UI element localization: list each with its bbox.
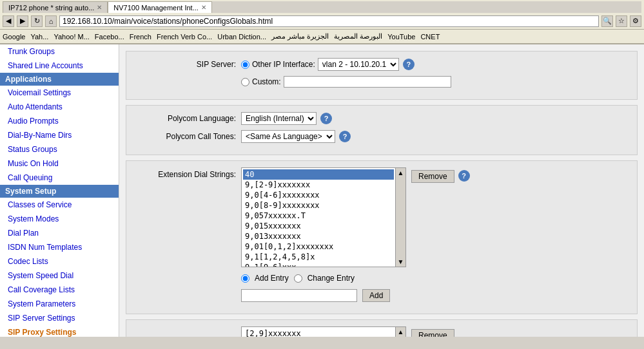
sidebar-item-system-modes[interactable]: System Modes <box>0 212 119 226</box>
sidebar: Trunk Groups Shared Line Accounts Applic… <box>0 44 119 337</box>
address-bar[interactable] <box>59 15 599 27</box>
entry-options-row: Add Entry Change Entry <box>241 274 470 283</box>
extension-list-item[interactable]: 40 <box>243 169 394 180</box>
bookmark-yahoo1[interactable]: Yah... <box>30 33 48 41</box>
bookmarks-bar: Google Yah... Yahoo! M... Facebo... Fren… <box>0 30 644 44</box>
bookmark-urban[interactable]: Urban Diction... <box>217 33 266 41</box>
refresh-button[interactable]: ↻ <box>31 15 43 27</box>
forward-button[interactable]: ▶ <box>17 15 28 27</box>
extension-dial-strings-list[interactable]: 409,[2-9]xxxxxxx9,0[4-6]xxxxxxxx9,0[8-9]… <box>241 167 396 267</box>
sidebar-item-codec-lists[interactable]: Codec Lists <box>0 254 119 269</box>
sidebar-item-call-coverage-lists[interactable]: Call Coverage Lists <box>0 283 119 297</box>
search-icon[interactable]: 🔍 <box>601 15 613 27</box>
custom-controls: Custom: <box>241 76 451 88</box>
tab-1-close[interactable]: ✕ <box>97 4 102 11</box>
sidebar-item-music-on-hold[interactable]: Music On Hold <box>0 156 119 171</box>
content-area: SIP Server: Other IP Interface: vlan 2 -… <box>119 44 644 337</box>
extension-list-item[interactable]: 9,057xxxxxx.T <box>243 211 394 221</box>
polycom-language-select[interactable]: English (Internal) <box>241 112 317 125</box>
back-button[interactable]: ◀ <box>3 15 14 27</box>
settings-icon[interactable]: ⚙ <box>630 15 641 27</box>
remove-btn-container: Remove <box>411 167 454 267</box>
scroll-down-icon[interactable]: ▼ <box>398 258 404 265</box>
bookmark-aljazeera[interactable]: الجزيرة مباشر مصر <box>271 32 329 41</box>
custom-row: Custom: <box>133 76 630 88</box>
extension-list-item[interactable]: 9,013xxxxxxx <box>243 231 394 241</box>
extension-list-item[interactable]: 9,1[1,2,4,5,8]x <box>243 252 394 262</box>
add-button[interactable]: Add <box>362 289 390 302</box>
other-ip-radio[interactable] <box>241 61 249 69</box>
extension-dial-strings-section: Extension Dial Strings: 409,[2-9]xxxxxxx… <box>126 160 638 314</box>
sidebar-item-audio-prompts[interactable]: Audio Prompts <box>0 114 119 128</box>
change-entry-radio[interactable] <box>294 274 302 283</box>
entry-text-input[interactable] <box>241 289 357 302</box>
sip-server-help-icon[interactable]: ? <box>403 59 415 70</box>
add-entry-radio[interactable] <box>241 274 249 283</box>
bookmark-yahoo2[interactable]: Yahoo! M... <box>54 33 89 41</box>
star-icon[interactable]: ☆ <box>616 15 627 27</box>
extension-dial-strings-controls: 409,[2-9]xxxxxxx9,0[4-6]xxxxxxxx9,0[8-9]… <box>241 167 470 302</box>
extension-list-item[interactable]: 9,015xxxxxxx <box>243 221 394 231</box>
extension-list-item[interactable]: 9,0[8-9]xxxxxxxx <box>243 200 394 211</box>
second-list-controls: [2,9]xxxxxxx03xxxxxxx0[4-6]xxxxxxxx0[8-9… <box>241 326 454 337</box>
second-list-section: [2,9]xxxxxxx03xxxxxxx0[4-6]xxxxxxxx0[8-9… <box>126 319 638 337</box>
second-list-item[interactable]: [2,9]xxxxxxx <box>243 328 394 337</box>
remove2-button[interactable]: Remove <box>411 329 454 337</box>
polycom-language-row: Polycom Language: English (Internal) ? <box>133 112 630 125</box>
tab-1[interactable]: IP712 phone * string auto... ✕ <box>3 1 108 13</box>
extension-list-item[interactable]: 9,[2-9]xxxxxxx <box>243 180 394 190</box>
extension-help-icon[interactable]: ? <box>458 170 470 182</box>
extension-list-item[interactable]: 9,0[4-6]xxxxxxxx <box>243 190 394 200</box>
bookmark-facebook[interactable]: Facebo... <box>95 33 124 41</box>
scroll2-up-icon[interactable]: ▲ <box>398 328 404 335</box>
sip-server-controls: Other IP Interface: vlan 2 - 10.10.20.1 … <box>241 58 415 71</box>
sidebar-item-status-groups[interactable]: Status Groups <box>0 142 119 156</box>
extension-list-item[interactable]: 9,01[0,1,2]xxxxxxxx <box>243 241 394 252</box>
bookmark-cnet[interactable]: CNET <box>420 33 440 41</box>
bookmark-french-verb[interactable]: French Verb Co... <box>157 33 212 41</box>
change-entry-label: Change Entry <box>307 274 355 283</box>
custom-input[interactable] <box>284 76 451 88</box>
main-container: Trunk Groups Shared Line Accounts Applic… <box>0 44 644 337</box>
sidebar-header-system-setup: System Setup <box>0 185 119 198</box>
scroll-up-icon[interactable]: ▲ <box>398 169 404 176</box>
sidebar-item-system-speed-dial[interactable]: System Speed Dial <box>0 269 119 283</box>
bookmark-google[interactable]: Google <box>3 33 25 41</box>
bookmark-youtube[interactable]: YouTube <box>387 33 415 41</box>
vlan-select[interactable]: vlan 2 - 10.10.20.1 <box>318 58 399 71</box>
bookmark-borsa[interactable]: البورصة المصرية <box>334 32 382 41</box>
tab-2-close[interactable]: ✕ <box>201 4 206 11</box>
sidebar-item-auto-attendants[interactable]: Auto Attendants <box>0 100 119 114</box>
polycom-call-tones-select[interactable]: <Same As Language> <box>241 130 335 143</box>
sidebar-item-system-parameters[interactable]: System Parameters <box>0 297 119 311</box>
add-entry-label: Add Entry <box>255 274 289 283</box>
remove-button[interactable]: Remove <box>411 170 454 183</box>
sidebar-item-sip-proxy-settings[interactable]: SIP Proxy Settings <box>0 325 119 337</box>
entry-input-row: Add <box>241 289 470 302</box>
polycom-call-tones-help-icon[interactable]: ? <box>339 131 351 142</box>
sidebar-item-trunk-groups[interactable]: Trunk Groups <box>0 44 119 59</box>
sidebar-item-call-queuing[interactable]: Call Queuing <box>0 171 119 185</box>
home-button[interactable]: ⌂ <box>45 15 57 27</box>
second-dial-strings-list[interactable]: [2,9]xxxxxxx03xxxxxxx0[4-6]xxxxxxxx0[8-9… <box>241 326 396 337</box>
sidebar-item-voicemail-settings[interactable]: Voicemail Settings <box>0 86 119 100</box>
browser-chrome: IP712 phone * string auto... ✕ NV7100 Ma… <box>0 0 644 44</box>
tab-2[interactable]: NV7100 Management Int... ✕ <box>108 1 211 13</box>
sidebar-item-classes-of-service[interactable]: Classes of Service <box>0 198 119 212</box>
sip-server-row: SIP Server: Other IP Interface: vlan 2 -… <box>133 58 630 71</box>
polycom-language-help-icon[interactable]: ? <box>320 113 332 124</box>
custom-radio[interactable] <box>241 78 249 86</box>
sidebar-item-dial-plan[interactable]: Dial Plan <box>0 226 119 240</box>
extension-list-item[interactable]: 9,1[9,6]xxx <box>243 262 394 267</box>
extension-list-container: 409,[2-9]xxxxxxx9,0[4-6]xxxxxxxx9,0[8-9]… <box>241 167 470 267</box>
sidebar-item-dial-by-name-dirs[interactable]: Dial-By-Name Dirs <box>0 128 119 142</box>
extension-dial-strings-row: Extension Dial Strings: 409,[2-9]xxxxxxx… <box>133 167 630 302</box>
sidebar-header-applications: Applications <box>0 73 119 86</box>
bookmark-french[interactable]: French <box>130 33 151 41</box>
polycom-section: Polycom Language: English (Internal) ? P… <box>126 105 638 155</box>
second-list-row: [2,9]xxxxxxx03xxxxxxx0[4-6]xxxxxxxx0[8-9… <box>133 326 630 337</box>
polycom-call-tones-label: Polycom Call Tones: <box>133 132 236 141</box>
sidebar-item-isdn-num-templates[interactable]: ISDN Num Templates <box>0 240 119 254</box>
sidebar-item-shared-line-accounts[interactable]: Shared Line Accounts <box>0 59 119 73</box>
sidebar-item-sip-server-settings[interactable]: SIP Server Settings <box>0 311 119 325</box>
